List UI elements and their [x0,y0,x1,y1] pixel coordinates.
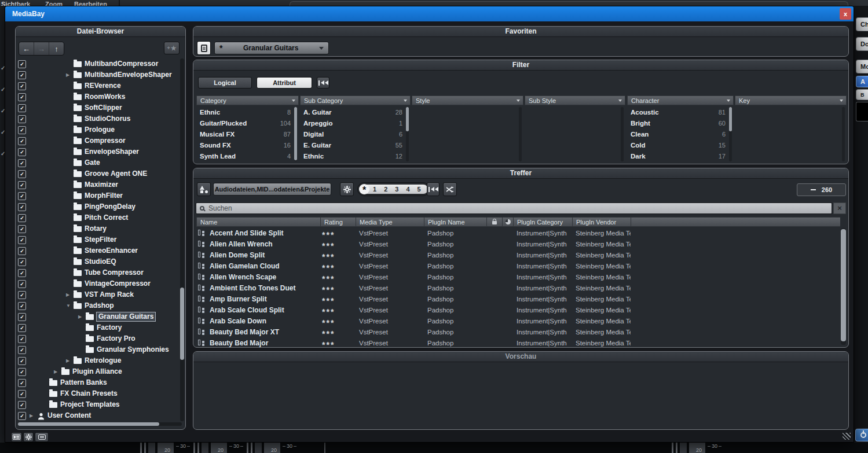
filter-column-header[interactable]: Character [627,95,734,105]
manage-favorites-button[interactable] [197,41,211,55]
scrollbar-thumb[interactable] [406,107,409,131]
expand-icon[interactable]: ▶ [30,413,37,418]
media-types-dropdown[interactable]: Audiodateien,MID...odateien&Projekte [213,183,331,196]
filter-value-row[interactable]: Ethnic12 [300,150,411,161]
scrollbar-thumb[interactable] [841,229,846,341]
expand-icon[interactable]: ▶ [66,72,74,78]
rating-levels[interactable]: 12345 [365,185,428,194]
expand-icon[interactable]: ▶ [78,314,86,319]
checkbox-checked[interactable]: ✓ [18,313,26,321]
checkbox-checked[interactable]: ✓ [18,126,26,134]
rating-level-1[interactable]: 1 [373,186,376,193]
checkbox-checked[interactable]: ✓ [18,379,26,387]
collapse-icon[interactable]: ▼ [66,303,74,308]
tree-item-label[interactable]: Pitch Correct [85,213,128,222]
checkbox-checked[interactable]: ✓ [18,236,26,244]
tree-item[interactable]: ✓▶Granular Guitars [16,311,185,322]
checkbox-checked[interactable]: ✓ [18,181,26,189]
checkbox-checked[interactable]: ✓ [18,324,26,332]
media-types-button[interactable] [197,182,211,196]
filter-value-row[interactable]: E. Guitar55 [300,139,411,150]
tree-item[interactable]: ✓MorphFilter [16,190,185,201]
tree-item[interactable]: ✓▶MultibandEnvelopeShaper [16,69,185,80]
resize-grip[interactable] [843,433,851,440]
tree-item[interactable]: ✓Gate [16,157,185,168]
layout-setup-button[interactable] [11,432,22,442]
checkbox-checked[interactable]: ✓ [18,302,26,310]
filter-column-header[interactable]: Key [735,95,847,105]
filter-value-row[interactable]: Dark17 [627,150,734,161]
scrollbar[interactable] [842,107,845,161]
expand-icon[interactable]: ▶ [66,358,74,363]
column-header-plugin_category[interactable]: PlugIn Category [513,217,572,227]
tree-item[interactable]: ✓Groove Agent ONE [16,168,185,179]
tree-item-label[interactable]: StudioChorus [85,115,130,123]
reset-results-button[interactable] [427,182,440,196]
table-row[interactable]: Beauty Bed Major***VstPresetPadshopInstr… [193,338,840,347]
filter-column-header[interactable]: Style [412,95,523,105]
filter-value-row[interactable]: Ethnic8 [196,106,299,117]
tree-item[interactable]: ✓Pitch Correct [16,212,185,223]
filter-value-row[interactable]: Guitar/Plucked104 [196,117,299,128]
checkbox-checked[interactable]: ✓ [18,71,26,79]
settings-button[interactable] [340,182,354,196]
tree-item-label[interactable]: MultibandCompressor [85,60,158,68]
table-row[interactable]: Alien Allen Wrench***VstPresetPadshopIns… [193,239,840,250]
checkbox-checked[interactable]: ✓ [18,280,26,288]
tree-item[interactable]: ✓MultibandCompressor [16,58,185,69]
tree-item-label[interactable]: StereoEnhancer [85,246,138,255]
tree-item-label[interactable]: Project Templates [60,400,119,409]
tree-item-label[interactable]: User Content [47,411,91,420]
filter-value-row[interactable]: Cold15 [627,139,734,150]
checkbox-checked[interactable]: ✓ [18,137,26,145]
table-row[interactable]: Arab Scale Down***VstPresetPadshopInstru… [193,316,840,327]
menu-item[interactable]: Bearbeiten [74,0,107,6]
tree-item[interactable]: ✓Compressor [16,135,185,146]
keyboard-button[interactable] [35,432,49,442]
tree-item-label[interactable]: VST Amp Rack [85,290,134,299]
window-settings-button[interactable] [23,432,34,442]
tree-item[interactable]: ✓▶Plugin Alliance [16,366,185,377]
tree-item-label[interactable]: Padshop [85,301,114,310]
power-button[interactable] [855,429,868,441]
rating-any-star[interactable]: * [359,184,369,194]
column-header-plugin_vendor[interactable]: PlugIn Vendor [572,217,631,227]
tree-item-label[interactable]: REVerence [85,82,121,90]
tree-item-label[interactable]: Granular Guitars [97,312,155,321]
tree-item[interactable]: ✓Maximizer [16,179,185,190]
tree-item[interactable]: ✓REVerence [16,80,185,91]
results-scrollbar[interactable] [841,228,846,345]
attribute-tab[interactable]: Attribut [257,77,312,89]
column-header-plugin_name[interactable]: PlugIn Name [424,217,486,227]
tree-item-label[interactable]: EnvelopeShaper [85,148,139,156]
checkbox-checked[interactable]: ✓ [18,412,26,420]
table-row[interactable]: Ambient Echo Tones Duet***VstPresetPadsh… [193,283,840,294]
tree-item[interactable]: ✓Rotary [16,223,185,234]
column-header-rating[interactable]: Rating [320,217,356,227]
favorites-dropdown[interactable]: * Granular Guitars [214,42,329,54]
checkbox-checked[interactable]: ✓ [18,390,26,398]
filter-value-row[interactable]: Acoustic81 [627,106,734,117]
column-header-pie[interactable] [502,217,513,227]
side-button-ch[interactable]: Ch [856,17,868,31]
minus-icon[interactable] [811,189,816,190]
tree-item[interactable]: ✓VintageCompressor [16,278,185,289]
scrollbar-thumb[interactable] [729,107,732,131]
tree-item[interactable]: ✓RoomWorks [16,91,185,102]
checkbox-checked[interactable]: ✓ [18,401,26,409]
table-row[interactable]: Allen Wrench Scape***VstPresetPadshopIns… [193,272,840,283]
tree-item[interactable]: ✓Tube Compressor [16,267,185,278]
forward-button[interactable]: → [34,42,49,55]
checkbox-checked[interactable]: ✓ [18,159,26,167]
tree-item-label[interactable]: Tube Compressor [85,268,144,277]
checkbox-checked[interactable]: ✓ [18,291,26,299]
tree-item-label[interactable]: MultibandEnvelopeShaper [85,71,172,79]
tree-item[interactable]: ✓StepFilter [16,234,185,245]
reset-filter-button[interactable] [317,77,329,89]
checkbox-checked[interactable]: ✓ [18,82,26,90]
tree-item-label[interactable]: Rotary [85,224,107,233]
tree-item-label[interactable]: Plugin Alliance [72,367,122,376]
tree-item[interactable]: ✓StereoEnhancer [16,245,185,256]
scrollbar[interactable] [406,107,409,161]
filter-value-row[interactable]: Arpeggio1 [300,117,411,128]
